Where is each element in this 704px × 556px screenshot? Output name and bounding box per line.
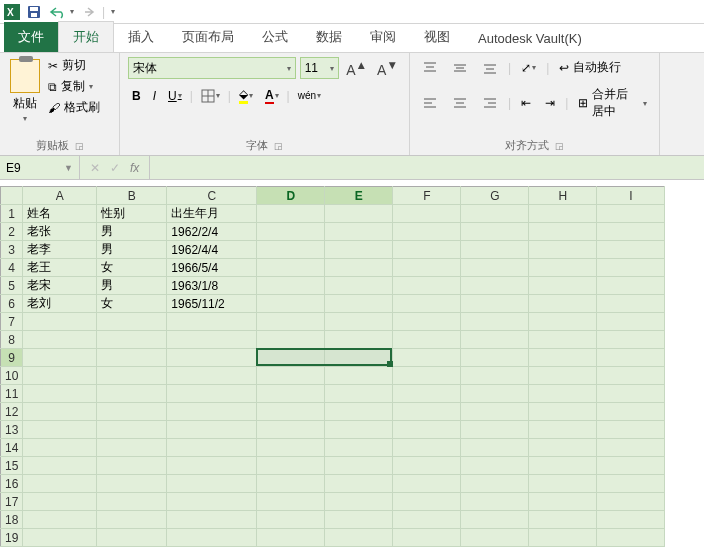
cell-B8[interactable] bbox=[97, 331, 167, 349]
copy-button[interactable]: ⧉ 复制 ▾ bbox=[48, 78, 100, 95]
cell-E5[interactable] bbox=[325, 277, 393, 295]
cell-D17[interactable] bbox=[257, 493, 325, 511]
cell-G9[interactable] bbox=[461, 349, 529, 367]
cell-F5[interactable] bbox=[393, 277, 461, 295]
cell-F2[interactable] bbox=[393, 223, 461, 241]
cell-E4[interactable] bbox=[325, 259, 393, 277]
cell-B1[interactable]: 性别 bbox=[97, 205, 167, 223]
cell-A14[interactable] bbox=[23, 439, 97, 457]
select-all-corner[interactable] bbox=[1, 187, 23, 205]
cell-G12[interactable] bbox=[461, 403, 529, 421]
cell-F13[interactable] bbox=[393, 421, 461, 439]
cell-D2[interactable] bbox=[257, 223, 325, 241]
cell-D5[interactable] bbox=[257, 277, 325, 295]
formula-input[interactable] bbox=[149, 156, 704, 179]
cell-I13[interactable] bbox=[597, 421, 665, 439]
tab-layout[interactable]: 页面布局 bbox=[168, 22, 248, 52]
cell-G1[interactable] bbox=[461, 205, 529, 223]
cell-I8[interactable] bbox=[597, 331, 665, 349]
column-header-D[interactable]: D bbox=[257, 187, 325, 205]
cell-C2[interactable]: 1962/2/4 bbox=[167, 223, 257, 241]
cell-D16[interactable] bbox=[257, 475, 325, 493]
cell-C4[interactable]: 1966/5/4 bbox=[167, 259, 257, 277]
cell-E12[interactable] bbox=[325, 403, 393, 421]
cell-G19[interactable] bbox=[461, 529, 529, 547]
cell-C14[interactable] bbox=[167, 439, 257, 457]
cell-D4[interactable] bbox=[257, 259, 325, 277]
cell-H18[interactable] bbox=[529, 511, 597, 529]
cell-I15[interactable] bbox=[597, 457, 665, 475]
cell-C16[interactable] bbox=[167, 475, 257, 493]
cell-G4[interactable] bbox=[461, 259, 529, 277]
cell-B2[interactable]: 男 bbox=[97, 223, 167, 241]
row-header-4[interactable]: 4 bbox=[1, 259, 23, 277]
align-top-icon[interactable] bbox=[418, 59, 442, 77]
cell-E16[interactable] bbox=[325, 475, 393, 493]
cell-B14[interactable] bbox=[97, 439, 167, 457]
cell-H15[interactable] bbox=[529, 457, 597, 475]
row-header-16[interactable]: 16 bbox=[1, 475, 23, 493]
cell-C15[interactable] bbox=[167, 457, 257, 475]
border-button[interactable]: ▾ bbox=[197, 87, 224, 105]
format-painter-button[interactable]: 🖌 格式刷 bbox=[48, 99, 100, 116]
decrease-indent-icon[interactable]: ⇤ bbox=[517, 94, 535, 112]
row-header-11[interactable]: 11 bbox=[1, 385, 23, 403]
font-color-button[interactable]: A▾ bbox=[261, 86, 283, 106]
cell-E2[interactable] bbox=[325, 223, 393, 241]
cell-B11[interactable] bbox=[97, 385, 167, 403]
cell-E1[interactable] bbox=[325, 205, 393, 223]
cell-G14[interactable] bbox=[461, 439, 529, 457]
row-header-12[interactable]: 12 bbox=[1, 403, 23, 421]
cell-C3[interactable]: 1962/4/4 bbox=[167, 241, 257, 259]
cell-B15[interactable] bbox=[97, 457, 167, 475]
underline-button[interactable]: U▾ bbox=[164, 87, 186, 105]
chevron-down-icon[interactable]: ▼ bbox=[64, 163, 73, 173]
cell-I11[interactable] bbox=[597, 385, 665, 403]
cell-I1[interactable] bbox=[597, 205, 665, 223]
cell-C12[interactable] bbox=[167, 403, 257, 421]
cell-E9[interactable] bbox=[325, 349, 393, 367]
cell-F8[interactable] bbox=[393, 331, 461, 349]
cell-A1[interactable]: 姓名 bbox=[23, 205, 97, 223]
phonetic-button[interactable]: wén▾ bbox=[294, 88, 325, 103]
paste-button[interactable]: 粘贴 ▾ bbox=[8, 57, 42, 125]
cell-D18[interactable] bbox=[257, 511, 325, 529]
cell-B10[interactable] bbox=[97, 367, 167, 385]
cell-I14[interactable] bbox=[597, 439, 665, 457]
cell-F10[interactable] bbox=[393, 367, 461, 385]
cell-A15[interactable] bbox=[23, 457, 97, 475]
cell-F16[interactable] bbox=[393, 475, 461, 493]
fill-color-button[interactable]: ⬙▾ bbox=[235, 85, 257, 106]
cell-H9[interactable] bbox=[529, 349, 597, 367]
fx-icon[interactable]: fx bbox=[130, 161, 139, 175]
cell-H6[interactable] bbox=[529, 295, 597, 313]
cell-G2[interactable] bbox=[461, 223, 529, 241]
cell-D11[interactable] bbox=[257, 385, 325, 403]
row-header-8[interactable]: 8 bbox=[1, 331, 23, 349]
cell-D8[interactable] bbox=[257, 331, 325, 349]
cell-A7[interactable] bbox=[23, 313, 97, 331]
font-name-select[interactable]: 宋体▾ bbox=[128, 57, 296, 79]
cell-C18[interactable] bbox=[167, 511, 257, 529]
align-right-icon[interactable] bbox=[478, 94, 502, 112]
cell-D6[interactable] bbox=[257, 295, 325, 313]
tab-review[interactable]: 审阅 bbox=[356, 22, 410, 52]
cell-G18[interactable] bbox=[461, 511, 529, 529]
cell-C7[interactable] bbox=[167, 313, 257, 331]
column-header-H[interactable]: H bbox=[529, 187, 597, 205]
cell-I10[interactable] bbox=[597, 367, 665, 385]
tab-view[interactable]: 视图 bbox=[410, 22, 464, 52]
cell-B19[interactable] bbox=[97, 529, 167, 547]
cell-D13[interactable] bbox=[257, 421, 325, 439]
cell-I6[interactable] bbox=[597, 295, 665, 313]
cell-A3[interactable]: 老李 bbox=[23, 241, 97, 259]
cell-G3[interactable] bbox=[461, 241, 529, 259]
cell-I12[interactable] bbox=[597, 403, 665, 421]
cell-A4[interactable]: 老王 bbox=[23, 259, 97, 277]
align-middle-icon[interactable] bbox=[448, 59, 472, 77]
cell-I17[interactable] bbox=[597, 493, 665, 511]
cell-G15[interactable] bbox=[461, 457, 529, 475]
cell-B7[interactable] bbox=[97, 313, 167, 331]
qat-customize-icon[interactable]: ▾ bbox=[111, 7, 115, 16]
cell-F6[interactable] bbox=[393, 295, 461, 313]
